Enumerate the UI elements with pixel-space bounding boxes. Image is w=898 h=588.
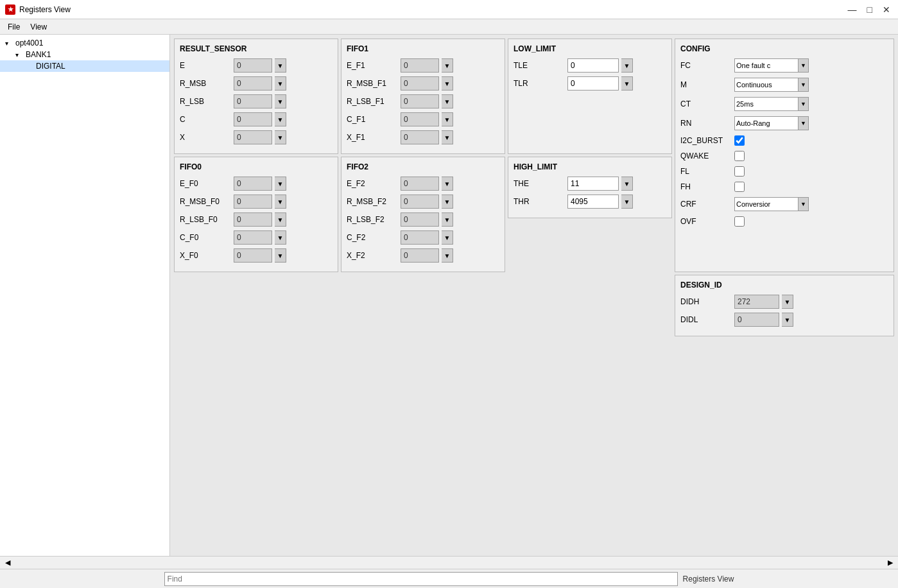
reg-input-C_F0[interactable] [234,230,272,245]
reg-dropdown-DIDL[interactable]: ▼ [782,313,793,327]
maximize-button[interactable]: □ [865,4,875,15]
reg-dropdown-X_F0[interactable]: ▼ [275,248,286,263]
sidebar-item-bank1[interactable]: ▾ BANK1 [0,49,169,60]
reg-input-E_F2[interactable] [401,177,439,191]
fifo1-panel: FIFO1 E_F1 ▼ R_MSB_F1 ▼ R_LSB_F1 ▼ [341,39,505,154]
reg-label-R_LSB_F0: R_LSB_F0 [180,215,231,224]
reg-input-E[interactable] [234,58,272,73]
sidebar-label-opt4001: opt4001 [15,39,43,48]
reg-input-C_F1[interactable] [401,112,439,126]
config-row-FH: FH [680,182,888,192]
reg-input-R_LSB_F0[interactable] [234,212,272,227]
config-select-CT[interactable]: 25ms 50ms 100ms 200ms [734,97,799,111]
reg-input-X_F0[interactable] [234,248,272,263]
config-checkbox-I2C_BURST[interactable] [734,135,745,146]
reg-dropdown-E_F1[interactable]: ▼ [442,58,453,73]
sidebar-item-digital[interactable]: DIGITAL [0,60,169,72]
reg-dropdown-R_LSB_F2[interactable]: ▼ [442,212,453,227]
config-label-FH: FH [680,182,732,191]
reg-dropdown-R_LSB[interactable]: ▼ [275,94,286,108]
reg-input-X_F2[interactable] [401,248,439,263]
reg-input-R_MSB[interactable] [234,76,272,91]
main-layout: ▾ opt4001 ▾ BANK1 DIGITAL RESULT_SENSOR [0,35,898,588]
config-checkbox-QWAKE[interactable] [734,151,745,161]
reg-dropdown-R_LSB_F1[interactable]: ▼ [442,94,453,108]
reg-dropdown-R_MSB_F2[interactable]: ▼ [442,195,453,209]
reg-dropdown-X[interactable]: ▼ [275,130,286,144]
high-limit-panel: HIGH_LIMIT THE ▼ THR ▼ [508,157,672,218]
menu-view[interactable]: View [25,21,52,33]
scroll-left-arrow[interactable]: ◀ [5,558,10,567]
scroll-right-arrow[interactable]: ▶ [888,558,893,567]
reg-row-E_F2: E_F2 ▼ [347,177,499,191]
app-icon: ★ [5,4,15,15]
reg-input-TLR[interactable] [567,76,619,91]
reg-dropdown-X_F2[interactable]: ▼ [442,248,453,263]
find-input[interactable] [164,572,678,586]
reg-input-DIDH[interactable] [734,295,779,309]
config-checkbox-FH[interactable] [734,182,745,192]
reg-input-C[interactable] [234,112,272,126]
reg-input-E_F0[interactable] [234,177,272,191]
reg-label-X: X [180,133,231,142]
reg-dropdown-E_F0[interactable]: ▼ [275,177,286,191]
config-select-M[interactable]: Continuous Single Shutdown [734,78,799,92]
reg-dropdown-R_MSB_F0[interactable]: ▼ [275,195,286,209]
minimize-button[interactable]: — [845,4,859,15]
reg-row-E_F0: E_F0 ▼ [180,177,332,191]
reg-row-TLR: TLR ▼ [514,76,666,91]
reg-input-R_MSB_F0[interactable] [234,195,272,209]
reg-dropdown-C_F1[interactable]: ▼ [442,112,453,126]
menu-file[interactable]: File [3,21,25,33]
high-limit-title: HIGH_LIMIT [514,162,666,171]
reg-dropdown-TLE[interactable]: ▼ [621,58,633,73]
config-checkbox-OVF[interactable] [734,216,745,227]
reg-input-X_F1[interactable] [401,130,439,144]
reg-dropdown-THE[interactable]: ▼ [621,177,633,191]
reg-input-THE[interactable] [567,177,619,191]
reg-input-X[interactable] [234,130,272,144]
reg-dropdown-R_LSB_F0[interactable]: ▼ [275,212,286,227]
reg-dropdown-X_F1[interactable]: ▼ [442,130,453,144]
reg-input-C_F2[interactable] [401,230,439,245]
title-bar-controls: — □ ✕ [845,4,893,15]
reg-dropdown-R_MSB_F1[interactable]: ▼ [442,76,453,91]
sidebar-item-opt4001[interactable]: ▾ opt4001 [0,37,169,49]
fifo0-title: FIFO0 [180,162,332,171]
reg-row-THE: THE ▼ [514,177,666,191]
config-select-arrow-CT[interactable]: ▼ [799,97,809,111]
reg-input-R_MSB_F1[interactable] [401,76,439,91]
reg-input-THR[interactable] [567,195,619,209]
reg-row-C: C ▼ [180,112,332,126]
reg-dropdown-E_F2[interactable]: ▼ [442,177,453,191]
reg-input-R_MSB_F2[interactable] [401,195,439,209]
reg-input-E_F1[interactable] [401,58,439,73]
config-select-arrow-M[interactable]: ▼ [799,78,809,92]
reg-row-R_LSB_F2: R_LSB_F2 ▼ [347,212,499,227]
config-select-CRF[interactable]: Conversior Ready Not Ready [734,197,799,211]
reg-row-X: X ▼ [180,130,332,144]
reg-input-R_LSB[interactable] [234,94,272,108]
config-select-arrow-FC[interactable]: ▼ [799,58,809,73]
config-select-RN[interactable]: Auto-Rang Range 0 Range 1 Range 2 Range … [734,116,799,130]
reg-dropdown-C[interactable]: ▼ [275,112,286,126]
config-select-FC[interactable]: One fault c Two faults Four faults [734,58,799,73]
reg-input-R_LSB_F1[interactable] [401,94,439,108]
close-button[interactable]: ✕ [880,4,893,15]
reg-label-R_MSB_F1: R_MSB_F1 [347,79,398,88]
reg-dropdown-TLR[interactable]: ▼ [621,76,633,91]
reg-input-TLE[interactable] [567,58,619,73]
reg-dropdown-THR[interactable]: ▼ [621,195,633,209]
reg-dropdown-DIDH[interactable]: ▼ [782,295,793,309]
reg-input-DIDL[interactable] [734,313,779,327]
config-row-M: M Continuous Single Shutdown ▼ [680,78,888,92]
reg-dropdown-C_F0[interactable]: ▼ [275,230,286,245]
reg-input-R_LSB_F2[interactable] [401,212,439,227]
reg-dropdown-C_F2[interactable]: ▼ [442,230,453,245]
config-select-arrow-CRF[interactable]: ▼ [799,197,809,211]
config-select-arrow-RN[interactable]: ▼ [799,116,809,130]
reg-dropdown-R_MSB[interactable]: ▼ [275,76,286,91]
config-checkbox-FL[interactable] [734,166,745,177]
reg-label-TLR: TLR [514,79,565,88]
reg-dropdown-E[interactable]: ▼ [275,58,286,73]
